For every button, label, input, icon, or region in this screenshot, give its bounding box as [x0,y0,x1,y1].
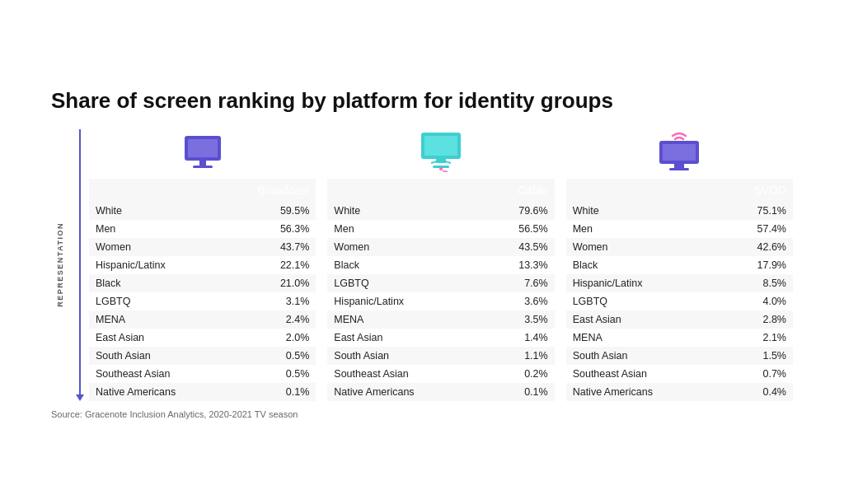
table-row: LGBTQ7.6% [327,274,554,292]
row-label: Women [327,238,483,256]
table-row: Black17.9% [566,256,793,274]
table-row: Hispanic/Latinx8.5% [566,274,793,292]
row-label: Men [327,220,483,238]
arrow-head [76,394,84,401]
row-label: East Asian [566,310,722,329]
platform-svod: SVODWhite75.1%Men57.4%Women42.6%Black17.… [566,129,793,401]
svg-rect-13 [669,168,689,170]
table-row: LGBTQ3.1% [89,292,316,310]
row-label: Southeast Asian [566,365,722,383]
row-label: Southeast Asian [89,365,245,383]
tables-container: BroadcastWhite59.5%Men56.3%Women43.7%His… [89,129,793,401]
row-value: 7.6% [484,274,555,292]
svod-tv-icon [653,129,706,174]
row-value: 0.4% [722,383,793,401]
table-row: Native Americans0.1% [89,383,316,401]
row-value: 4.0% [722,292,793,310]
row-value: 57.4% [722,220,793,238]
row-label: Hispanic/Latinx [89,256,245,274]
row-label: LGBTQ [89,292,245,310]
row-value: 0.1% [484,383,555,401]
row-label: Hispanic/Latinx [566,274,722,292]
table-row: Men56.3% [89,220,316,238]
row-label: Men [89,220,245,238]
table-row: East Asian2.0% [89,329,316,347]
row-value: 2.0% [245,329,316,347]
table-row: Women43.7% [89,238,316,256]
row-label: Southeast Asian [327,365,483,383]
row-value: 43.7% [245,238,316,256]
svg-rect-3 [193,166,213,168]
chart-area: REPRESENTATION BroadcastWhite59.5%Men56.… [51,129,793,401]
table-row: White75.1% [566,202,793,220]
row-label: White [566,202,722,220]
row-label: Women [566,238,722,256]
table-row: White59.5% [89,202,316,220]
svg-rect-11 [663,144,696,161]
table-row: Hispanic/Latinx22.1% [89,256,316,274]
table-row: Men56.5% [327,220,554,238]
platform-broadcast: BroadcastWhite59.5%Men56.3%Women43.7%His… [89,129,316,401]
representation-arrow [74,129,86,401]
table-row: East Asian1.4% [327,329,554,347]
row-value: 1.4% [484,329,555,347]
table-row: Black21.0% [89,274,316,292]
cable-tv-icon [415,129,467,174]
row-label: MENA [89,310,245,329]
table-row: MENA2.1% [566,329,793,347]
row-label: South Asian [566,347,722,365]
table-broadcast: BroadcastWhite59.5%Men56.3%Women43.7%His… [89,179,316,401]
table-row: South Asian1.5% [566,347,793,365]
row-value: 43.5% [484,238,555,256]
table-header-cable: Cable [327,179,554,202]
main-container: Share of screen ranking by platform for … [26,72,818,432]
svg-rect-12 [674,164,684,168]
svg-rect-2 [199,161,206,166]
table-row: Southeast Asian0.5% [89,365,316,383]
row-label: Native Americans [89,383,245,401]
row-value: 56.3% [245,220,316,238]
table-row: South Asian1.1% [327,347,554,365]
row-label: Women [89,238,245,256]
row-value: 3.1% [245,292,316,310]
page-title: Share of screen ranking by platform for … [51,88,793,114]
table-svod: SVODWhite75.1%Men57.4%Women42.6%Black17.… [566,179,793,401]
row-value: 21.0% [245,274,316,292]
row-label: White [89,202,245,220]
svg-rect-5 [424,136,457,156]
row-label: LGBTQ [566,292,722,310]
row-label: South Asian [89,347,245,365]
row-label: South Asian [327,347,483,365]
table-cable: CableWhite79.6%Men56.5%Women43.5%Black13… [327,179,554,401]
platform-cable: CableWhite79.6%Men56.5%Women43.5%Black13… [327,129,554,401]
row-label: Hispanic/Latinx [327,292,483,310]
table-row: MENA3.5% [327,310,554,329]
row-value: 1.1% [484,347,555,365]
row-value: 3.6% [484,292,555,310]
row-value: 0.7% [722,365,793,383]
row-label: Native Americans [327,383,483,401]
row-value: 22.1% [245,256,316,274]
representation-label-wrapper: REPRESENTATION [51,129,69,401]
table-row: South Asian0.5% [89,347,316,365]
table-row: Hispanic/Latinx3.6% [327,292,554,310]
row-label: Black [566,256,722,274]
row-value: 0.5% [245,365,316,383]
row-value: 17.9% [722,256,793,274]
row-value: 2.8% [722,310,793,329]
table-row: Men57.4% [566,220,793,238]
row-value: 8.5% [722,274,793,292]
row-value: 75.1% [722,202,793,220]
row-label: Black [89,274,245,292]
arrow-line [79,129,81,394]
row-label: MENA [327,310,483,329]
table-row: LGBTQ4.0% [566,292,793,310]
row-value: 42.6% [722,238,793,256]
row-value: 0.5% [245,347,316,365]
table-row: Black13.3% [327,256,554,274]
row-label: Native Americans [566,383,722,401]
row-value: 2.1% [722,329,793,347]
representation-label: REPRESENTATION [56,222,64,307]
table-header-svod: SVOD [566,179,793,202]
row-label: Black [327,256,483,274]
